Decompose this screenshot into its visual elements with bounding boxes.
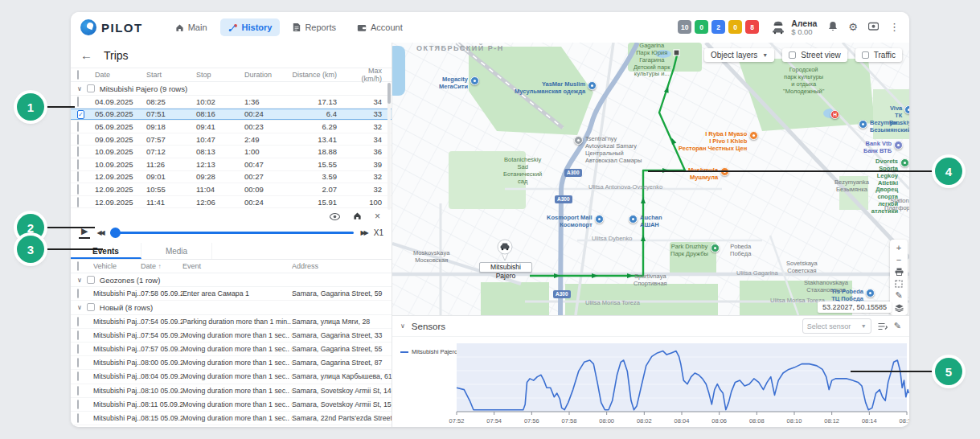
event-row[interactable]: Mitsubishi Paj...08:15 05.09.20...Moving… [71, 412, 392, 425]
trip-row[interactable]: 05.09.202509:1809:4100:236.2932 [71, 121, 392, 133]
rewind-icon[interactable]: ◀◀ [96, 229, 103, 236]
sensor-list-icon[interactable] [878, 319, 888, 334]
collapse-chevron-icon[interactable]: ∨ [77, 85, 82, 92]
sensor-select[interactable]: Select sensor ▼ [802, 318, 871, 334]
settings-gear-icon[interactable]: ⚙ [848, 22, 858, 32]
trip-checkbox[interactable] [77, 159, 79, 170]
nav-item-main[interactable]: Main [167, 18, 215, 36]
trip-row[interactable]: 09.09.202507:5710:472:4913.4134 [71, 133, 392, 146]
layers-icon[interactable] [892, 302, 906, 314]
col-date[interactable]: Date [95, 71, 146, 79]
col-event-date[interactable]: Date ↑ [141, 262, 182, 270]
col-duration[interactable]: Duration [244, 71, 289, 79]
trips-scrollbar[interactable] [387, 83, 391, 210]
nav-item-account[interactable]: Account [349, 18, 411, 36]
close-icon[interactable]: × [375, 211, 380, 221]
trip-row[interactable]: ✓05.09.202507:5108:1600:246.433 [71, 109, 392, 121]
trip-checkbox[interactable] [77, 121, 79, 132]
area-select-icon[interactable] [892, 277, 906, 289]
speed-chart[interactable]: 07:5207:5407:5607:5808:0008:0208:0408:06… [392, 337, 909, 427]
zoom-in-button[interactable]: + [892, 241, 906, 253]
trip-row[interactable]: 10.09.202507:1208:131:0018.8836 [71, 146, 392, 158]
event-row[interactable]: Mitsubishi Paj...07:57 05.09.20...Moving… [71, 343, 392, 356]
vehicle-name-label[interactable]: Mitsubishi Pajero [479, 262, 532, 273]
col-distance[interactable]: Distance (km) [289, 71, 350, 79]
trip-checkbox[interactable] [77, 171, 79, 182]
user-box[interactable]: Алена $ 0.00 [770, 18, 817, 37]
more-menu-icon[interactable]: ⋮ [889, 22, 900, 32]
group-checkbox[interactable] [87, 276, 95, 284]
slider-knob[interactable] [110, 228, 121, 238]
street-view-checkbox[interactable] [789, 51, 796, 59]
select-all-trips-checkbox[interactable] [77, 70, 79, 80]
event-checkbox[interactable] [77, 289, 79, 298]
zoom-out-button[interactable]: − [892, 253, 906, 265]
eye-icon[interactable] [330, 210, 340, 223]
traffic-checkbox[interactable] [862, 51, 869, 59]
event-checkbox[interactable] [77, 317, 79, 326]
playback-speed[interactable]: X1 [374, 228, 383, 237]
events-group-row[interactable]: ∨Новый (8 rows) [71, 301, 392, 314]
event-checkbox[interactable] [77, 330, 79, 340]
tab-media[interactable]: Media [141, 243, 212, 259]
sensor-edit-icon[interactable]: ✎ [894, 321, 901, 331]
tab-events[interactable]: Events [71, 243, 141, 259]
event-row[interactable]: Mitsubishi Paj...07:54 05.09.20...Parkin… [71, 315, 392, 329]
status-badge[interactable]: 2 [711, 20, 725, 34]
status-badge[interactable]: 0 [695, 20, 708, 34]
trip-checkbox[interactable] [77, 146, 79, 157]
event-checkbox[interactable] [77, 371, 79, 381]
object-layers-dropdown[interactable]: Object layers ▼ [704, 48, 774, 62]
col-vehicle[interactable]: Vehicle [93, 262, 141, 270]
col-start[interactable]: Start [146, 71, 196, 79]
col-event[interactable]: Event [182, 262, 292, 270]
measure-pencil-icon[interactable]: ✎ [892, 289, 906, 302]
event-checkbox[interactable] [77, 358, 79, 367]
playback-slider[interactable] [110, 232, 355, 234]
group-checkbox[interactable] [87, 84, 95, 92]
trips-group-row[interactable]: ∨ Mitsubishi Pajero (9 rows) [71, 82, 392, 96]
select-all-events-checkbox[interactable] [77, 261, 79, 271]
event-row[interactable]: Mitsubishi Paj...07:58 05.09.20...Enter … [71, 287, 392, 301]
trip-row[interactable]: 04.09.202508:2510:021:3617.1334 [71, 96, 392, 109]
fast-forward-icon[interactable]: ▶▶ [360, 229, 367, 236]
events-group-row[interactable]: ∨Geozones (1 row) [71, 273, 392, 287]
event-checkbox[interactable] [77, 413, 79, 423]
status-badge[interactable]: 0 [728, 20, 742, 34]
home-focus-icon[interactable] [353, 210, 362, 223]
camera-icon[interactable] [868, 22, 879, 32]
trip-row[interactable]: 12.09.202510:5511:0400:092.0732 [71, 183, 392, 196]
trip-checkbox[interactable] [77, 96, 79, 107]
group-checkbox[interactable] [87, 303, 95, 311]
collapse-chevron-icon[interactable]: ∨ [77, 277, 82, 284]
back-arrow-icon[interactable]: ← [80, 48, 92, 62]
event-row[interactable]: Mitsubishi Paj...08:04 05.09.20...Moving… [71, 370, 392, 384]
event-row[interactable]: Mitsubishi Paj...08:10 05.09.20...Moving… [71, 384, 392, 398]
col-max[interactable]: Max (km/h) [350, 67, 392, 83]
print-icon[interactable] [892, 265, 906, 277]
trip-checkbox[interactable] [77, 197, 79, 207]
event-checkbox[interactable] [77, 400, 79, 409]
trip-checkbox[interactable]: ✓ [77, 110, 84, 119]
event-row[interactable]: Mitsubishi Paj...08:00 05.09.20...Moving… [71, 356, 392, 370]
collapse-chevron-icon[interactable]: ∨ [400, 322, 405, 330]
nav-item-history[interactable]: History [220, 18, 281, 36]
trip-row[interactable]: 12.09.202509:0109:2800:273.5932 [71, 171, 392, 184]
collapse-chevron-icon[interactable]: ∨ [77, 304, 82, 311]
event-row[interactable]: Mitsubishi Paj...07:54 05.09.20...Moving… [71, 329, 392, 343]
traffic-toggle[interactable]: Traffic [855, 48, 902, 62]
street-view-toggle[interactable]: Street view [782, 48, 847, 62]
nav-item-reports[interactable]: Reports [285, 18, 344, 36]
pilot-logo[interactable]: PILOT [80, 19, 143, 35]
event-checkbox[interactable] [77, 344, 79, 354]
trip-row[interactable]: 12.09.202511:4112:0600:2415.91100 [71, 196, 392, 209]
status-badge[interactable]: 8 [745, 20, 759, 34]
trip-checkbox[interactable] [77, 134, 79, 145]
trip-checkbox[interactable] [77, 184, 79, 195]
event-checkbox[interactable] [77, 386, 79, 396]
map-canvas[interactable]: ОКТЯБРЬСКИЙ Р-НMegacity МегаСитиYasMar M… [392, 43, 909, 315]
event-row[interactable]: Mitsubishi Paj...08:11 05.09.20...Moving… [71, 398, 392, 412]
status-badge[interactable]: 10 [678, 20, 691, 34]
trip-row[interactable]: 10.09.202511:2612:1300:4715.5539 [71, 158, 392, 171]
col-stop[interactable]: Stop [196, 71, 244, 79]
